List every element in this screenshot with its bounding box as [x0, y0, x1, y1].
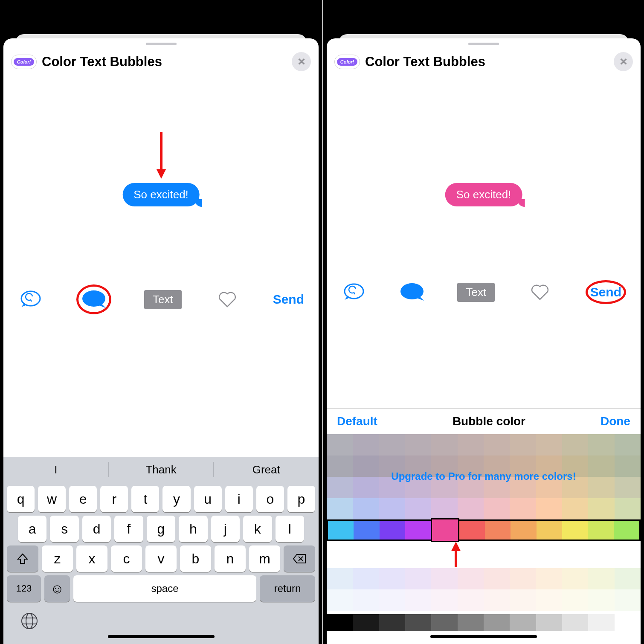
- color-swatch[interactable]: [562, 521, 588, 540]
- globe-icon[interactable]: [20, 612, 38, 630]
- color-swatch[interactable]: [379, 589, 405, 611]
- color-swatch[interactable]: [353, 589, 379, 611]
- color-swatch[interactable]: [405, 434, 431, 455]
- color-swatch[interactable]: [510, 455, 536, 477]
- color-swatch[interactable]: [405, 477, 431, 498]
- color-swatch[interactable]: [379, 455, 405, 477]
- color-swatch[interactable]: [379, 434, 405, 455]
- color-swatch[interactable]: [458, 614, 484, 631]
- color-swatch[interactable]: [510, 477, 536, 498]
- color-swatch[interactable]: [511, 521, 536, 540]
- color-swatch[interactable]: [327, 477, 353, 498]
- key-a[interactable]: a: [18, 516, 46, 542]
- color-swatch[interactable]: [405, 589, 431, 611]
- message-bubble[interactable]: So excited!: [445, 183, 522, 206]
- color-swatch[interactable]: [537, 521, 562, 540]
- color-swatch[interactable]: [615, 455, 641, 477]
- color-swatch[interactable]: [562, 434, 588, 455]
- reply-button[interactable]: [18, 290, 44, 309]
- color-swatch[interactable]: [327, 614, 353, 631]
- color-swatch[interactable]: [353, 614, 379, 631]
- suggestion[interactable]: I: [3, 457, 108, 482]
- color-swatch[interactable]: [379, 477, 405, 498]
- color-swatch[interactable]: [588, 614, 614, 631]
- color-swatch[interactable]: [536, 568, 562, 589]
- key-w[interactable]: w: [38, 486, 66, 512]
- color-swatch[interactable]: [614, 521, 639, 540]
- key-m[interactable]: m: [249, 545, 280, 572]
- color-swatch[interactable]: [615, 498, 641, 519]
- color-swatch[interactable]: [405, 498, 431, 519]
- suggestion[interactable]: Thank: [108, 462, 214, 477]
- color-swatch[interactable]: [431, 518, 459, 542]
- color-swatch[interactable]: [431, 568, 457, 589]
- color-swatch[interactable]: [536, 434, 562, 455]
- color-swatch[interactable]: [379, 498, 405, 519]
- color-swatch[interactable]: [615, 568, 641, 589]
- color-swatch[interactable]: [405, 521, 431, 540]
- color-swatch[interactable]: [431, 614, 457, 631]
- shift-key[interactable]: [7, 545, 38, 572]
- color-swatch[interactable]: [562, 498, 588, 519]
- return-key[interactable]: return: [260, 575, 315, 602]
- key-c[interactable]: c: [111, 545, 142, 572]
- numbers-key[interactable]: 123: [7, 575, 41, 602]
- space-key[interactable]: space: [73, 575, 256, 602]
- color-swatch[interactable]: [615, 434, 641, 455]
- close-button[interactable]: ✕: [292, 52, 311, 71]
- color-swatch[interactable]: [615, 614, 641, 631]
- reply-button[interactable]: [341, 283, 367, 302]
- color-swatch[interactable]: [431, 589, 457, 611]
- key-o[interactable]: o: [256, 486, 284, 512]
- color-swatch[interactable]: [353, 434, 379, 455]
- color-swatch[interactable]: [484, 614, 510, 631]
- key-q[interactable]: q: [7, 486, 35, 512]
- key-u[interactable]: u: [194, 486, 222, 512]
- color-swatch[interactable]: [484, 477, 510, 498]
- color-swatch[interactable]: [458, 434, 484, 455]
- send-button[interactable]: Send: [273, 292, 304, 307]
- color-swatch[interactable]: [536, 477, 562, 498]
- color-swatch[interactable]: [615, 589, 641, 611]
- color-swatch[interactable]: [431, 434, 457, 455]
- color-swatch[interactable]: [327, 434, 353, 455]
- color-swatch[interactable]: [458, 477, 484, 498]
- text-style-button[interactable]: Text: [457, 283, 495, 302]
- color-swatch[interactable]: [353, 568, 379, 589]
- home-indicator[interactable]: [108, 635, 215, 638]
- color-swatch[interactable]: [327, 498, 353, 519]
- key-l[interactable]: l: [276, 516, 304, 542]
- home-indicator[interactable]: [430, 635, 537, 638]
- color-swatch[interactable]: [327, 589, 353, 611]
- color-swatch[interactable]: [536, 589, 562, 611]
- key-d[interactable]: d: [82, 516, 111, 542]
- color-swatch[interactable]: [327, 568, 353, 589]
- key-g[interactable]: g: [147, 516, 175, 542]
- color-swatch[interactable]: [536, 455, 562, 477]
- color-swatch[interactable]: [458, 568, 484, 589]
- color-swatch[interactable]: [458, 589, 484, 611]
- default-button[interactable]: Default: [337, 415, 377, 428]
- key-p[interactable]: p: [287, 486, 315, 512]
- color-swatch[interactable]: [405, 614, 431, 631]
- color-swatch[interactable]: [562, 568, 588, 589]
- color-swatch[interactable]: [459, 521, 485, 540]
- key-s[interactable]: s: [50, 516, 78, 542]
- key-y[interactable]: y: [162, 486, 190, 512]
- key-f[interactable]: f: [114, 516, 143, 542]
- key-b[interactable]: b: [180, 545, 211, 572]
- suggestion[interactable]: Great: [213, 462, 319, 477]
- done-button[interactable]: Done: [600, 415, 630, 428]
- key-h[interactable]: h: [179, 516, 207, 542]
- key-j[interactable]: j: [211, 516, 240, 542]
- favorite-button[interactable]: [527, 283, 553, 301]
- text-style-button[interactable]: Text: [144, 290, 182, 309]
- color-swatch[interactable]: [484, 589, 510, 611]
- color-swatch[interactable]: [354, 521, 379, 540]
- color-swatch[interactable]: [510, 498, 536, 519]
- color-swatch[interactable]: [588, 434, 614, 455]
- key-n[interactable]: n: [215, 545, 246, 572]
- color-swatch[interactable]: [458, 455, 484, 477]
- color-swatch[interactable]: [484, 455, 510, 477]
- color-swatch[interactable]: [588, 568, 614, 589]
